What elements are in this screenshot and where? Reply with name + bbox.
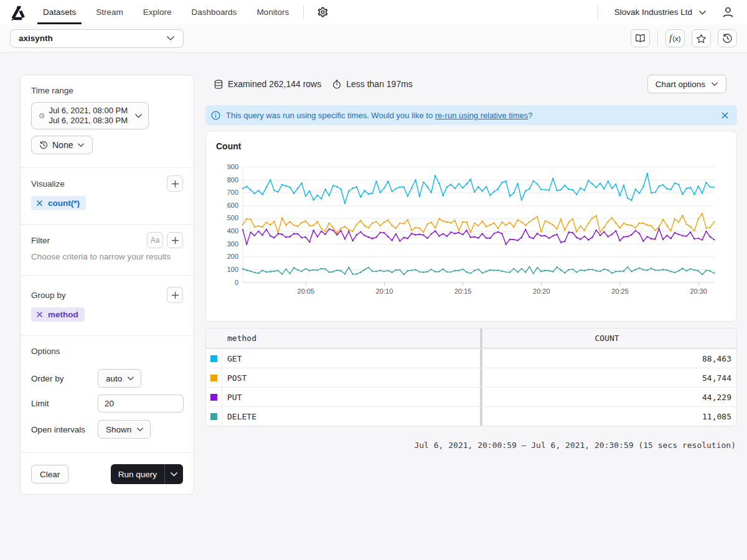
svg-text:800: 800 [227,176,238,184]
chevron-down-icon [166,35,175,41]
examined-text: Examined 262,144 rows [228,79,321,89]
add-group-by-button[interactable] [167,287,183,303]
banner-close-button[interactable] [721,111,729,119]
tab-explore-label: Explore [143,7,172,17]
user-icon [721,6,735,19]
query-history-button[interactable] [718,29,737,47]
dataset-name: axisynth [19,34,53,43]
table-row[interactable]: GET 88,463 [206,348,736,368]
settings-button[interactable] [311,0,334,24]
user-menu-button[interactable] [721,6,735,19]
app-logo[interactable] [0,0,25,24]
nav-divider [303,5,304,19]
svg-text:20:10: 20:10 [376,287,393,295]
chevron-down-icon [136,427,144,432]
limit-label: Limit [31,399,98,408]
close-icon [721,111,729,119]
toolbar-actions: f(x) [631,29,737,47]
banner-text-suffix: ? [528,111,532,120]
series-swatch [210,394,217,401]
order-by-select[interactable]: auto [98,369,141,388]
method-column-header[interactable]: method [222,329,480,348]
chevron-down-icon [698,10,707,15]
compare-select[interactable]: None [31,136,93,154]
banner-text-lead: This query was run using specific times.… [226,111,435,120]
compare-value: None [52,140,73,150]
method-cell: POST [222,368,480,387]
add-visualize-button[interactable] [167,175,183,192]
run-query-button[interactable]: Run query [111,464,164,484]
group-by-chip-method[interactable]: method [31,307,85,322]
run-query-caret-button[interactable] [164,464,183,484]
options-section: Options Order by auto Limit Open interva… [21,335,194,452]
nav-right: Slovak Industries Ltd [598,0,747,24]
header-swatch-cell [206,329,222,348]
dataset-select[interactable]: axisynth [10,29,184,48]
svg-text:20:30: 20:30 [690,287,707,295]
time-range-from: Jul 6, 2021, 08:00 PM [49,106,128,116]
tab-dashboards[interactable]: Dashboards [186,0,243,24]
tab-datasets-label: Datasets [43,7,76,17]
derived-column-button[interactable]: f(x) [665,29,685,47]
chart-options-button[interactable]: Chart options [647,75,726,93]
limit-input[interactable] [98,394,184,413]
table-row[interactable]: DELETE 11,085 [206,406,736,426]
chevron-down-icon [134,113,143,118]
table-header-row: method COUNT [206,329,736,348]
filter-section: Filter Aa Choose criteria to narrow your… [21,224,194,275]
series-swatch-cell [206,368,222,387]
table-row[interactable]: POST 54,744 [206,368,736,387]
add-filter-button[interactable] [167,232,183,248]
history-icon [722,33,733,44]
count-column-header[interactable]: COUNT [482,329,736,348]
database-icon [214,80,223,89]
series-swatch-cell [206,388,222,406]
tab-dashboards-label: Dashboards [192,7,237,17]
query-actions: Clear Run query [21,452,194,494]
count-cell: 11,085 [482,407,736,426]
tab-stream-label: Stream [96,7,123,17]
tab-explore[interactable]: Explore [138,0,177,24]
open-intervals-select[interactable]: Shown [98,420,151,439]
chevron-down-icon [127,376,134,381]
series-swatch [210,375,217,381]
results-table: method COUNT GET 88,463 POST 54,744 PUT [205,328,737,426]
svg-text:20:15: 20:15 [454,287,472,295]
options-label: Options [31,347,183,356]
clear-button[interactable]: Clear [31,465,68,483]
org-switcher[interactable]: Slovak Industries Ltd [598,7,709,17]
visualize-chip-label: count(*) [48,198,80,208]
count-cell: 88,463 [482,349,736,368]
table-row[interactable]: PUT 44,229 [206,387,736,406]
time-range-label: Time range [31,86,183,95]
chevron-down-icon [170,472,178,477]
match-case-button[interactable]: Aa [147,232,163,248]
docs-button[interactable] [631,29,650,47]
visualize-section: Visualize count(*) [21,167,194,224]
remove-icon[interactable] [36,200,43,207]
count-chart-svg[interactable]: 010020030040050060070080090020:0520:1020… [216,156,728,311]
banner-rerun-link[interactable]: re-run using relative times [435,111,529,120]
filter-hint: Choose criteria to narrow your results [31,252,183,261]
logo-icon [9,4,25,21]
visualize-chip-count[interactable]: count(*) [31,196,86,210]
query-stats-row: Examined 262,144 rows Less than 197ms Ch… [205,75,737,93]
tab-datasets[interactable]: Datasets [37,0,82,24]
results-column: Examined 262,144 rows Less than 197ms Ch… [205,75,737,450]
examined-stat: Examined 262,144 rows [214,79,321,89]
tab-monitors[interactable]: Monitors [251,0,294,24]
remove-icon[interactable] [36,311,43,318]
method-cell: PUT [222,388,480,406]
filter-label: Filter [31,236,50,245]
query-time-footer: Jul 6, 2021, 20:00:59 — Jul 6, 2021, 20:… [205,441,737,450]
latency-text: Less than 197ms [346,79,413,89]
time-range-select[interactable]: Jul 6, 2021, 08:00 PM Jul 6, 2021, 08:30… [31,102,149,129]
time-range-value: Jul 6, 2021, 08:00 PM Jul 6, 2021, 08:30… [49,106,128,126]
favorite-button[interactable] [692,29,711,47]
content-area: Time range Jul 6, 2021, 08:00 PM Jul 6, … [0,53,747,495]
run-query-split-button: Run query [111,464,183,484]
group-by-section: Group by method [21,275,194,335]
fx-icon: f(x) [669,34,680,44]
tab-stream[interactable]: Stream [90,0,129,24]
open-intervals-value: Shown [106,425,131,434]
